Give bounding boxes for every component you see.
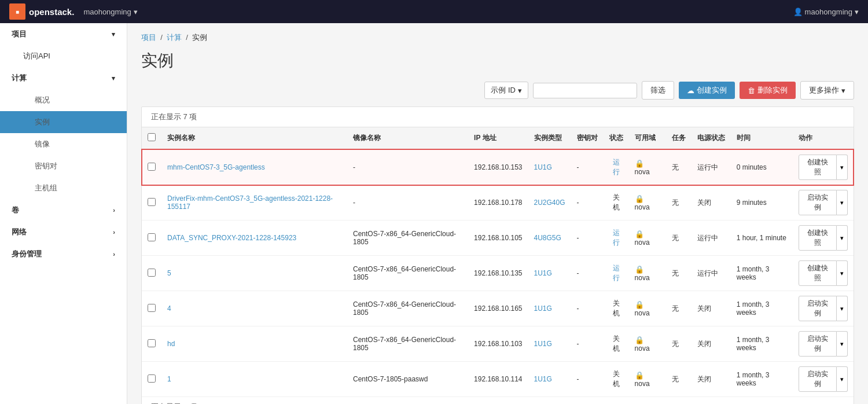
table-row: DriverFix-mhm-CentOS7-3_5G-agentless-202… — [142, 185, 854, 221]
breadcrumb-compute[interactable]: 计算 — [167, 33, 182, 42]
breadcrumb-project[interactable]: 项目 — [141, 33, 156, 42]
trash-icon: 🗑 — [748, 86, 755, 95]
instance-name-link[interactable]: hd — [167, 340, 175, 348]
instances-table: 实例名称 镜像名称 IP 地址 实例类型 密钥对 状态 可用域 任务 电源状态 … — [142, 127, 854, 397]
action-dropdown-button[interactable]: ▾ — [837, 366, 848, 392]
table-row: 4 CentOS-7-x86_64-GenericCloud-1805 192.… — [142, 291, 854, 326]
instance-flavor-link[interactable]: 4U8G5G — [534, 234, 561, 242]
row-checkbox[interactable] — [148, 163, 156, 171]
sidebar-item-instances[interactable]: 实例 — [0, 111, 127, 133]
action-button[interactable]: 启动实例 — [799, 296, 837, 321]
action-dropdown-button[interactable]: ▾ — [837, 260, 848, 286]
instances-table-container: 正在显示 7 项 实例名称 镜像名称 IP 地址 实例类型 密钥对 状态 可用域… — [141, 106, 854, 404]
row-checkbox[interactable] — [148, 269, 156, 277]
project-dropdown[interactable]: maohongming ▾ — [83, 8, 137, 16]
instance-image: CentOS-7-x86_64-GenericCloud-1805 — [347, 221, 468, 256]
table-row: hd CentOS-7-x86_64-GenericCloud-1805 192… — [142, 326, 854, 362]
row-checkbox[interactable] — [148, 374, 156, 383]
row-checkbox[interactable] — [148, 233, 156, 241]
more-actions-button[interactable]: 更多操作 ▾ — [800, 81, 854, 100]
instance-flavor-link[interactable]: 1U1G — [534, 340, 552, 348]
sidebar-item-network[interactable]: 网络 › — [0, 221, 127, 243]
breadcrumb: 项目 / 计算 / 实例 — [141, 32, 854, 43]
instance-action: 启动实例 ▾ — [793, 362, 854, 397]
instance-action: 创建快照 ▾ — [793, 149, 854, 185]
action-dropdown-button[interactable]: ▾ — [837, 190, 848, 215]
instance-ip: 192.168.10.135 — [468, 256, 528, 291]
action-button[interactable]: 创建快照 — [799, 225, 837, 251]
instance-name-link[interactable]: DATA_SYNC_PROXY-2021-1228-145923 — [167, 234, 296, 242]
table-info: 正在显示 7 项 — [142, 107, 854, 127]
table-footer: 正在显示 7 项 — [142, 397, 854, 404]
table-row: 1 CentOS-7-1805-paaswd 192.168.10.114 1U… — [142, 362, 854, 397]
row-checkbox[interactable] — [148, 198, 156, 206]
instance-keypair: - — [571, 149, 604, 185]
instance-time: 1 month, 3 weeks — [731, 326, 793, 362]
action-dropdown-button[interactable]: ▾ — [837, 225, 848, 251]
instance-az: 🔒 nova — [629, 256, 666, 291]
col-header-keypair: 密钥对 — [571, 127, 604, 149]
logo-icon: ■ — [9, 3, 25, 20]
instance-power: 关闭 — [692, 362, 731, 397]
delete-instance-button[interactable]: 🗑 删除实例 — [740, 82, 796, 99]
sidebar-item-keypairs[interactable]: 密钥对 — [0, 155, 127, 177]
sidebar-item-overview[interactable]: 概况 — [0, 89, 127, 111]
instance-keypair: - — [571, 185, 604, 221]
instance-flavor-link[interactable]: 1U1G — [534, 304, 552, 313]
instance-keypair: - — [571, 362, 604, 397]
instance-flavor-link[interactable]: 1U1G — [534, 269, 552, 277]
instance-action: 启动实例 ▾ — [793, 291, 854, 326]
instance-name-link[interactable]: 5 — [167, 269, 171, 277]
chevron-right-icon: › — [113, 251, 115, 258]
instance-az: 🔒 nova — [629, 291, 666, 326]
filter-select[interactable]: 示例 ID ▾ — [484, 82, 528, 99]
sidebar-item-compute[interactable]: 计算 ▾ — [0, 67, 127, 89]
instance-power: 运行中 — [692, 221, 731, 256]
action-button[interactable]: 启动实例 — [799, 190, 837, 215]
action-dropdown-button[interactable]: ▾ — [837, 155, 848, 180]
chevron-down-icon: ▾ — [112, 75, 115, 82]
action-button[interactable]: 启动实例 — [799, 366, 837, 392]
instance-status: 运 行 — [604, 256, 629, 291]
sidebar-item-hostgroups[interactable]: 主机组 — [0, 177, 127, 199]
col-header-action: 动作 — [793, 127, 854, 149]
action-button[interactable]: 创建快照 — [799, 260, 837, 286]
content-area: 项目 / 计算 / 实例 实例 示例 ID ▾ 筛选 ☁ 创建实例 🗑 删除实例 — [127, 23, 868, 404]
nav-left: ■ openstack. maohongming ▾ — [9, 3, 138, 20]
instance-task: 无 — [666, 221, 692, 256]
sidebar-item-images[interactable]: 镜像 — [0, 133, 127, 155]
action-dropdown-button[interactable]: ▾ — [837, 331, 848, 357]
instance-power: 关闭 — [692, 185, 731, 221]
action-button[interactable]: 创建快照 — [799, 155, 837, 180]
instance-time: 9 minutes — [731, 185, 793, 221]
sidebar-item-volumes[interactable]: 卷 › — [0, 199, 127, 221]
select-all-checkbox[interactable] — [148, 133, 156, 141]
instance-flavor-link[interactable]: 1U1G — [534, 163, 552, 171]
row-checkbox[interactable] — [148, 339, 156, 347]
user-dropdown[interactable]: 👤 maohongming ▾ — [793, 8, 859, 16]
sidebar-item-project[interactable]: 项目 ▾ — [0, 23, 127, 45]
action-button[interactable]: 启动实例 — [799, 331, 837, 357]
instance-task: 无 — [666, 149, 692, 185]
filter-button[interactable]: 筛选 — [642, 81, 674, 100]
instance-name-link[interactable]: DriverFix-mhm-CentOS7-3_5G-agentless-202… — [167, 194, 333, 211]
create-instance-button[interactable]: ☁ 创建实例 — [679, 82, 735, 99]
instance-flavor-link[interactable]: 1U1G — [534, 375, 552, 383]
instance-ip: 192.168.10.165 — [468, 291, 528, 326]
sidebar-item-api[interactable]: 访问API — [0, 45, 127, 67]
action-dropdown-button[interactable]: ▾ — [837, 296, 848, 321]
logo: ■ openstack. — [9, 3, 74, 20]
instance-time: 1 month, 3 weeks — [731, 256, 793, 291]
sidebar-item-identity[interactable]: 身份管理 › — [0, 243, 127, 265]
instance-ip: 192.168.10.178 — [468, 185, 528, 221]
table-row: mhm-CentOS7-3_5G-agentless - 192.168.10.… — [142, 149, 854, 185]
chevron-right-icon: › — [113, 229, 115, 236]
instance-name-link[interactable]: 1 — [167, 375, 171, 383]
instance-az: 🔒 nova — [629, 326, 666, 362]
instance-name-link[interactable]: mhm-CentOS7-3_5G-agentless — [167, 163, 265, 171]
chevron-right-icon: › — [113, 207, 115, 214]
instance-name-link[interactable]: 4 — [167, 304, 171, 313]
row-checkbox[interactable] — [148, 304, 156, 312]
search-input[interactable] — [533, 83, 637, 98]
instance-flavor-link[interactable]: 2U2G40G — [534, 199, 565, 207]
